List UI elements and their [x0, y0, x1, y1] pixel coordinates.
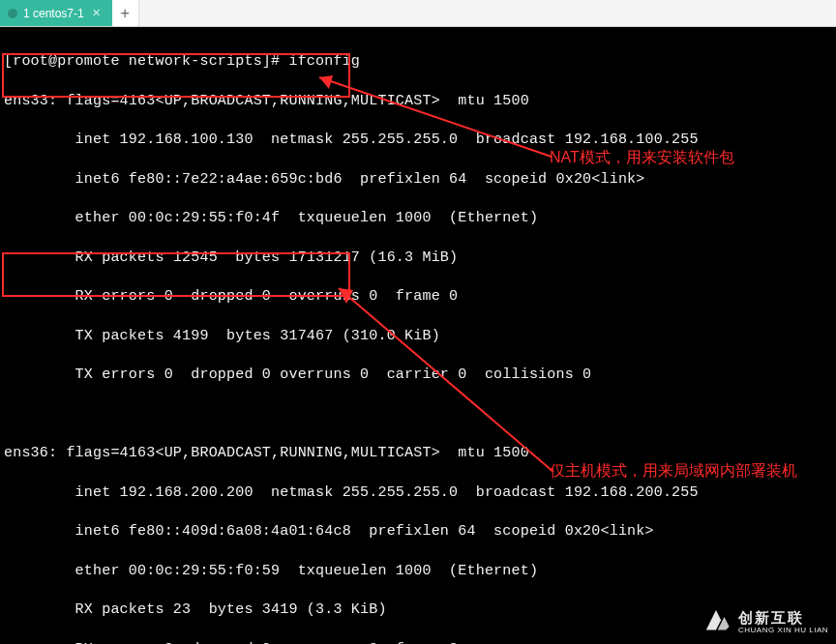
annotation-text-nat: NAT模式，用来安装软件包 [550, 147, 830, 168]
output-line: RX errors 0 dropped 0 overruns 0 frame 0 [4, 640, 832, 644]
output-line: TX errors 0 dropped 0 overruns 0 carrier… [4, 366, 832, 385]
tab-bar: 1 centos7-1 ✕ + [0, 0, 836, 27]
output-line [4, 405, 832, 424]
tab-label: 1 centos7-1 [23, 7, 84, 20]
shell-prompt: [root@promote network-scripts]# [4, 53, 288, 70]
command-typed: ifconfig [288, 53, 360, 70]
output-line: RX packets 23 bytes 3419 (3.3 KiB) [4, 600, 832, 620]
close-icon[interactable]: ✕ [92, 7, 101, 19]
annotation-text-hostonly: 仅主机模式，用来局域网内部署装机 [550, 460, 821, 482]
new-tab-button[interactable]: + [112, 0, 139, 26]
tab-status-dot [8, 9, 17, 18]
output-line: ens33: flags=4163<UP,BROADCAST,RUNNING,M… [4, 92, 832, 111]
output-line: RX errors 0 dropped 0 overruns 0 frame 0 [4, 287, 832, 307]
output-line: ether 00:0c:29:55:f0:4f txqueuelen 1000 … [4, 209, 832, 228]
plus-icon: + [121, 5, 130, 22]
output-line: RX packets 12545 bytes 17131217 (16.3 Mi… [4, 249, 832, 268]
output-line: ether 00:0c:29:55:f0:59 txqueuelen 1000 … [4, 562, 832, 581]
output-line: inet6 fe80::7e22:a4ae:659c:bd6 prefixlen… [4, 170, 832, 190]
output-line: inet6 fe80::409d:6a08:4a01:64c8 prefixle… [4, 522, 832, 542]
prompt-line: [root@promote network-scripts]# ifconfig [4, 52, 832, 72]
output-line: TX packets 4199 bytes 317467 (310.0 KiB) [4, 327, 832, 346]
terminal-tab-active[interactable]: 1 centos7-1 ✕ [0, 0, 112, 26]
terminal-output[interactable]: [root@promote network-scripts]# ifconfig… [0, 27, 836, 644]
output-line: inet 192.168.200.200 netmask 255.255.255… [4, 483, 832, 503]
